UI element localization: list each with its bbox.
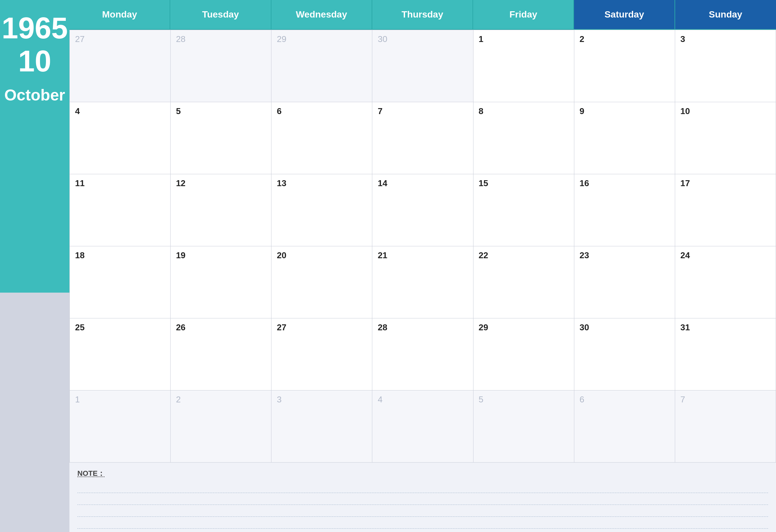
calendar-cell[interactable]: 5 xyxy=(473,390,574,463)
day-header-monday: Monday xyxy=(69,0,170,30)
cell-number: 29 xyxy=(277,34,286,44)
calendar-cell[interactable]: 7 xyxy=(675,390,776,463)
cell-number: 8 xyxy=(479,106,483,116)
cell-number: 18 xyxy=(75,250,84,260)
calendar-cell[interactable]: 8 xyxy=(473,102,574,174)
calendar-cell[interactable]: 31 xyxy=(675,318,776,390)
calendar-cell[interactable]: 27 xyxy=(70,30,171,102)
calendar-cell[interactable]: 11 xyxy=(70,174,171,246)
calendar-cell[interactable]: 1 xyxy=(473,30,574,102)
sidebar: 1965 10 October xyxy=(0,0,69,532)
calendar-cell[interactable]: 12 xyxy=(171,174,271,246)
cell-number: 6 xyxy=(580,394,584,404)
calendar-grid: 2728293012345678910111213141516171819202… xyxy=(69,30,776,463)
calendar-cell[interactable]: 30 xyxy=(574,318,675,390)
cell-number: 2 xyxy=(176,394,181,404)
calendar-cell[interactable]: 25 xyxy=(70,318,171,390)
calendar-cell[interactable]: 27 xyxy=(271,318,372,390)
calendar-cell[interactable]: 17 xyxy=(675,174,776,246)
calendar-cell[interactable]: 24 xyxy=(675,246,776,318)
cell-number: 5 xyxy=(176,106,181,116)
calendar-cell[interactable]: 22 xyxy=(473,246,574,318)
cell-number: 1 xyxy=(75,394,80,404)
cell-number: 16 xyxy=(580,178,589,188)
calendar-cell[interactable]: 9 xyxy=(574,102,675,174)
calendar-cell[interactable]: 29 xyxy=(473,318,574,390)
cell-number: 2 xyxy=(580,34,584,44)
cell-number: 7 xyxy=(681,394,685,404)
day-header-saturday: Saturday xyxy=(574,0,675,30)
notes-section: NOTE： xyxy=(69,463,776,532)
cell-number: 6 xyxy=(277,106,281,116)
cell-number: 23 xyxy=(580,250,589,260)
calendar-cell[interactable]: 19 xyxy=(171,246,271,318)
calendar: MondayTuesdayWednesdayThursdayFridaySatu… xyxy=(69,0,776,463)
cell-number: 3 xyxy=(277,394,281,404)
calendar-cell[interactable]: 3 xyxy=(675,30,776,102)
calendar-cell[interactable]: 6 xyxy=(574,390,675,463)
day-headers-row: MondayTuesdayWednesdayThursdayFridaySatu… xyxy=(69,0,776,30)
main-content: MondayTuesdayWednesdayThursdayFridaySatu… xyxy=(69,0,776,532)
day-header-sunday: Sunday xyxy=(675,0,776,30)
cell-number: 29 xyxy=(479,322,489,332)
calendar-cell[interactable]: 28 xyxy=(171,30,271,102)
note-line[interactable] xyxy=(77,481,768,493)
day-header-tuesday: Tuesday xyxy=(170,0,271,30)
calendar-cell[interactable]: 10 xyxy=(675,102,776,174)
month-name-label: October xyxy=(4,86,65,104)
cell-number: 14 xyxy=(378,178,387,188)
cell-number: 27 xyxy=(277,322,286,332)
calendar-cell[interactable]: 5 xyxy=(171,102,271,174)
cell-number: 27 xyxy=(75,34,84,44)
cell-number: 10 xyxy=(681,106,690,116)
cell-number: 4 xyxy=(75,106,80,116)
calendar-cell[interactable]: 23 xyxy=(574,246,675,318)
cell-number: 26 xyxy=(176,322,186,332)
calendar-cell[interactable]: 4 xyxy=(372,390,473,463)
calendar-cell[interactable]: 29 xyxy=(271,30,372,102)
calendar-cell[interactable]: 26 xyxy=(171,318,271,390)
calendar-cell[interactable]: 14 xyxy=(372,174,473,246)
note-label: NOTE： xyxy=(77,469,768,479)
calendar-cell[interactable]: 7 xyxy=(372,102,473,174)
year-label: 1965 xyxy=(2,13,68,43)
calendar-cell[interactable]: 1 xyxy=(70,390,171,463)
cell-number: 15 xyxy=(479,178,489,188)
cell-number: 17 xyxy=(681,178,690,188)
cell-number: 30 xyxy=(580,322,589,332)
cell-number: 5 xyxy=(479,394,483,404)
note-line[interactable] xyxy=(77,517,768,529)
cell-number: 19 xyxy=(176,250,186,260)
calendar-cell[interactable]: 4 xyxy=(70,102,171,174)
calendar-cell[interactable]: 16 xyxy=(574,174,675,246)
cell-number: 1 xyxy=(479,34,483,44)
calendar-cell[interactable]: 6 xyxy=(271,102,372,174)
day-header-thursday: Thursday xyxy=(372,0,473,30)
note-line[interactable] xyxy=(77,505,768,517)
cell-number: 7 xyxy=(378,106,382,116)
cell-number: 28 xyxy=(378,322,387,332)
cell-number: 24 xyxy=(681,250,690,260)
calendar-cell[interactable]: 3 xyxy=(271,390,372,463)
cell-number: 9 xyxy=(580,106,584,116)
cell-number: 3 xyxy=(681,34,685,44)
note-lines xyxy=(77,481,768,529)
day-header-friday: Friday xyxy=(473,0,574,30)
cell-number: 13 xyxy=(277,178,286,188)
cell-number: 4 xyxy=(378,394,382,404)
cell-number: 31 xyxy=(681,322,690,332)
month-number-label: 10 xyxy=(18,46,51,76)
note-line[interactable] xyxy=(77,493,768,505)
calendar-cell[interactable]: 18 xyxy=(70,246,171,318)
calendar-cell[interactable]: 15 xyxy=(473,174,574,246)
cell-number: 25 xyxy=(75,322,84,332)
cell-number: 20 xyxy=(277,250,286,260)
calendar-cell[interactable]: 30 xyxy=(372,30,473,102)
calendar-cell[interactable]: 20 xyxy=(271,246,372,318)
calendar-cell[interactable]: 13 xyxy=(271,174,372,246)
calendar-cell[interactable]: 28 xyxy=(372,318,473,390)
cell-number: 22 xyxy=(479,250,489,260)
calendar-cell[interactable]: 21 xyxy=(372,246,473,318)
calendar-cell[interactable]: 2 xyxy=(171,390,271,463)
calendar-cell[interactable]: 2 xyxy=(574,30,675,102)
